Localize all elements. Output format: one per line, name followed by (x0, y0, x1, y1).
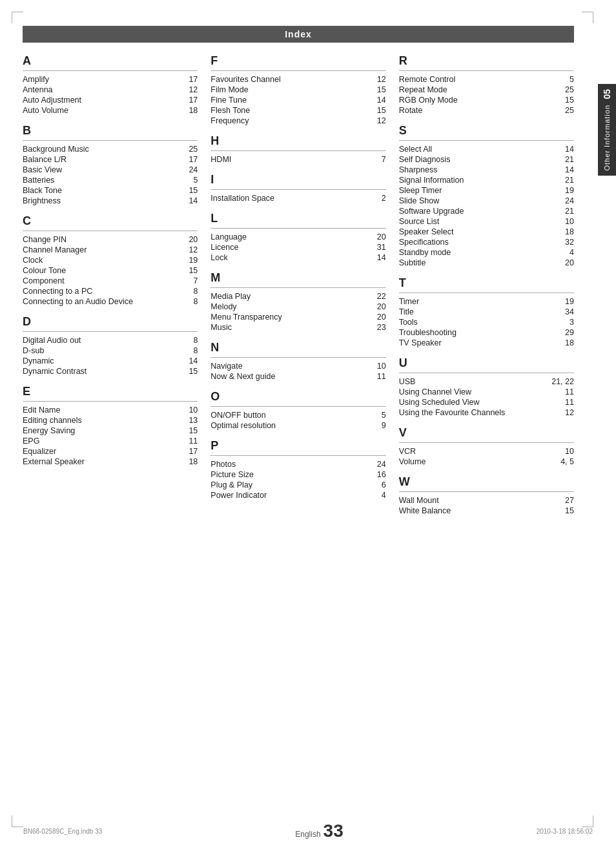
section-c: CChange PIN20Channel Manager12Clock19Col… (23, 214, 198, 306)
entry-name: Music (210, 323, 366, 332)
list-item: Volume4, 5 (399, 457, 574, 466)
entry-page: 8 (178, 287, 198, 296)
list-item: Background Music25 (23, 145, 198, 154)
entry-page: 10 (555, 217, 574, 226)
list-item: Basic View24 (23, 165, 198, 174)
section-r: RRemote Control5Repeat Mode25RGB Only Mo… (399, 54, 574, 115)
column-3: RRemote Control5Repeat Mode25RGB Only Mo… (393, 54, 574, 524)
entry-page: 11 (178, 437, 198, 446)
entry-name: Power Indicator (210, 491, 366, 500)
entry-name: Title (399, 307, 555, 316)
list-item: Source List10 (399, 217, 574, 226)
entry-page: 19 (555, 186, 574, 195)
entry-page: 5 (555, 75, 574, 84)
entry-name: Timer (399, 297, 555, 306)
list-item: Installation Space2 (210, 194, 385, 203)
list-item: Batteries5 (23, 176, 198, 185)
section-divider (210, 406, 385, 407)
list-item: Connecting to a PC8 (23, 287, 198, 296)
section-divider (399, 373, 574, 373)
entry-page: 2 (367, 194, 386, 203)
entry-page: 23 (367, 323, 386, 332)
entry-page: 15 (178, 426, 198, 435)
entry-page: 11 (555, 398, 574, 407)
list-item: Editing channels13 (23, 416, 198, 425)
list-item: Now & Next guide11 (210, 372, 385, 381)
entry-name: Media Play (210, 292, 366, 301)
section-letter-u: U (399, 356, 574, 370)
entry-page: 18 (178, 457, 198, 466)
entry-name: Dynamic (23, 356, 178, 365)
entry-page: 29 (555, 328, 574, 337)
entry-page: 12 (367, 75, 386, 84)
entry-page: 3 (555, 318, 574, 327)
list-item: HDMI7 (210, 155, 385, 164)
entry-name: Sharpness (399, 165, 555, 174)
list-item: Amplify17 (23, 75, 198, 84)
entry-name: ON/OFF button (210, 411, 366, 420)
section-letter-m: M (210, 271, 385, 285)
section-p: PPhotos24Picture Size16Plug & Play6Power… (210, 439, 385, 500)
entry-page: 13 (178, 416, 198, 425)
section-letter-p: P (210, 439, 385, 453)
entry-name: Navigate (210, 362, 366, 371)
section-divider (399, 140, 574, 141)
section-v: VVCR10Volume4, 5 (399, 426, 574, 466)
corner-mark-tr (582, 12, 593, 23)
entry-page: 22 (367, 292, 386, 301)
entry-page: 16 (367, 470, 386, 479)
list-item: Timer19 (399, 297, 574, 306)
entry-page: 19 (555, 297, 574, 306)
entry-name: Basic View (23, 165, 178, 174)
entry-name: Frequency (210, 116, 366, 125)
section-e: EEdit Name10Editing channels13Energy Sav… (23, 385, 198, 466)
entry-page: 14 (555, 145, 574, 154)
list-item: Flesh Tone15 (210, 106, 385, 115)
section-letter-o: O (210, 390, 385, 404)
entry-page: 15 (555, 96, 574, 105)
entry-name: Now & Next guide (210, 372, 366, 381)
entry-page: 20 (178, 235, 198, 244)
section-i: IInstallation Space2 (210, 173, 385, 203)
section-letter-n: N (210, 341, 385, 355)
section-letter-b: B (23, 124, 198, 138)
list-item: D-sub8 (23, 346, 198, 355)
list-item: Wall Mount27 (399, 496, 574, 505)
entry-page: 24 (367, 460, 386, 469)
list-item: TV Speaker18 (399, 338, 574, 347)
list-item: Subtitle20 (399, 258, 574, 267)
entry-page: 5 (367, 411, 386, 420)
entry-page: 11 (367, 372, 386, 381)
section-a: AAmplify17Antenna12Auto Adjustment17Auto… (23, 54, 198, 115)
column-2: FFavourites Channel12Film Mode15Fine Tun… (204, 54, 392, 509)
entry-name: Lock (210, 253, 366, 262)
side-tab: 05 Other Information (598, 84, 616, 176)
entry-page: 27 (555, 496, 574, 505)
list-item: Frequency12 (210, 116, 385, 125)
entry-name: TV Speaker (399, 338, 555, 347)
entry-page: 4, 5 (555, 457, 574, 466)
entry-name: Rotate (399, 106, 555, 115)
list-item: Dynamic Contrast15 (23, 367, 198, 376)
entry-name: Amplify (23, 75, 178, 84)
footer-english-label: English (295, 830, 320, 839)
list-item: External Speaker18 (23, 457, 198, 466)
entry-name: Auto Volume (23, 106, 178, 115)
entry-name: Batteries (23, 176, 178, 185)
list-item: Software Upgrade21 (399, 207, 574, 216)
list-item: Music23 (210, 323, 385, 332)
entry-name: HDMI (210, 155, 366, 164)
entry-name: Specifications (399, 238, 555, 247)
entry-name: Volume (399, 457, 555, 466)
section-b: BBackground Music25Balance L/R17Basic Vi… (23, 124, 198, 205)
entry-page: 12 (178, 85, 198, 94)
list-item: Auto Volume18 (23, 106, 198, 115)
list-item: Clock19 (23, 256, 198, 265)
section-letter-a: A (23, 54, 198, 68)
list-item: Speaker Select18 (399, 227, 574, 236)
entry-name: Black Tone (23, 186, 178, 195)
list-item: ON/OFF button5 (210, 411, 385, 420)
entry-name: Installation Space (210, 194, 366, 203)
section-s: SSelect All14Self Diagnosis21Sharpness14… (399, 124, 574, 267)
section-m: MMedia Play22Melody20Menu Transparency20… (210, 271, 385, 332)
